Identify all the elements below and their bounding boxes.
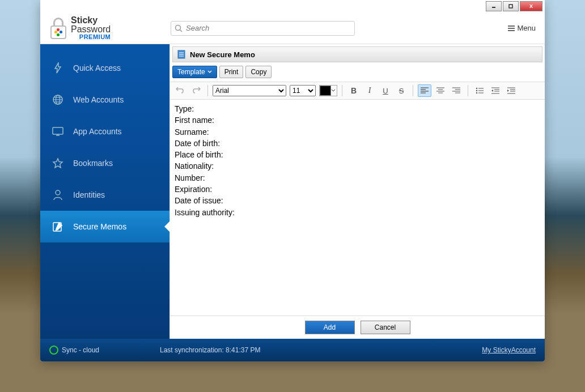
bullet-list-button[interactable] [473, 84, 486, 97]
editor-line: Date of issue: [175, 195, 540, 206]
chevron-down-icon [331, 89, 336, 92]
globe-icon [50, 94, 65, 105]
menu-label: Menu [517, 24, 536, 32]
underline-button[interactable]: U [379, 84, 392, 97]
sync-icon [49, 346, 58, 355]
align-center-button[interactable] [434, 84, 447, 97]
sidebar-item-label: Secure Memos [73, 222, 126, 231]
app-window: X Sticky Password PREMIUM [40, 0, 545, 361]
app-logo: Sticky Password PREMIUM [49, 16, 163, 40]
panel-title-bar: New Secure Memo [172, 46, 542, 62]
edit-icon [50, 221, 65, 232]
editor-line: Place of birth: [175, 149, 540, 160]
sidebar-item-app-accounts[interactable]: App Accounts [40, 116, 169, 147]
add-button[interactable]: Add [305, 321, 355, 334]
sidebar: Quick Access Web Accounts App Accounts B… [40, 44, 169, 339]
sidebar-item-quick-access[interactable]: Quick Access [40, 52, 169, 84]
sidebar-item-label: Web Accounts [73, 95, 124, 104]
svg-line-3 [180, 29, 183, 32]
size-select[interactable]: 11 [290, 85, 316, 96]
editor-line: Surname: [175, 126, 540, 138]
minimize-button[interactable] [486, 1, 502, 11]
editor-line: Date of birth: [175, 138, 540, 149]
editor-line: Nationality: [175, 160, 540, 172]
svg-point-33 [476, 88, 477, 89]
sidebar-item-label: Quick Access [73, 63, 121, 73]
action-toolbar: Template Print Copy [170, 62, 545, 82]
person-icon [50, 189, 65, 201]
svg-point-15 [56, 190, 60, 195]
format-toolbar: Arial 11 B I U S [170, 82, 545, 100]
monitor-icon [50, 126, 65, 137]
svg-point-35 [476, 90, 477, 91]
color-picker[interactable] [319, 85, 337, 96]
logo-line3: PREMIUM [71, 34, 111, 40]
logo-line1: Sticky [71, 16, 111, 25]
search-box[interactable] [171, 21, 355, 36]
sidebar-item-label: App Accounts [73, 127, 122, 136]
sync-status[interactable]: Sync - cloud [49, 346, 160, 355]
print-button[interactable]: Print [219, 66, 244, 78]
editor-line: Issuing authority: [175, 207, 540, 218]
header: Sticky Password PREMIUM Menu [40, 12, 545, 44]
content: New Secure Memo Template Print Copy Aria… [169, 44, 545, 339]
document-icon [177, 50, 185, 59]
editor-line: Expiration: [175, 184, 540, 195]
menu-button[interactable]: Menu [508, 24, 536, 32]
strikethrough-button[interactable]: S [395, 84, 408, 97]
status-bar: Sync - cloud Last synchronization: 8:41:… [40, 339, 545, 361]
maximize-button[interactable] [503, 1, 519, 11]
align-right-button[interactable] [450, 84, 463, 97]
lightning-icon [50, 62, 65, 74]
sync-label: Sync - cloud [62, 346, 99, 354]
sidebar-item-identities[interactable]: Identities [40, 179, 169, 211]
my-account-link[interactable]: My StickyAccount [482, 346, 536, 354]
copy-button[interactable]: Copy [245, 66, 272, 78]
italic-button[interactable]: I [363, 84, 376, 97]
star-icon [50, 157, 65, 169]
close-button[interactable]: X [520, 1, 542, 11]
svg-rect-12 [53, 127, 63, 134]
outdent-button[interactable] [489, 84, 502, 97]
logo-line2: Password [71, 25, 111, 34]
editor-line: Type: [175, 103, 540, 114]
editor-line: First name: [175, 114, 540, 126]
sidebar-item-secure-memos[interactable]: Secure Memos [40, 211, 169, 242]
lock-icon [49, 18, 67, 39]
search-icon [175, 24, 183, 32]
svg-rect-1 [509, 5, 512, 8]
template-dropdown[interactable]: Template [172, 66, 217, 78]
sidebar-item-label: Bookmarks [73, 159, 113, 168]
dialog-buttons: Add Cancel [170, 316, 545, 339]
titlebar: X [40, 0, 545, 12]
cancel-button[interactable]: Cancel [361, 321, 410, 334]
bold-button[interactable]: B [347, 84, 361, 97]
editor-line: Number: [175, 172, 540, 184]
color-swatch [320, 86, 331, 96]
sidebar-item-label: Identities [73, 190, 105, 199]
redo-button[interactable] [189, 84, 203, 97]
chevron-down-icon [207, 70, 212, 74]
panel-title: New Secure Memo [190, 50, 255, 59]
sidebar-item-bookmarks[interactable]: Bookmarks [40, 147, 169, 179]
indent-button[interactable] [505, 84, 518, 97]
hamburger-icon [508, 25, 515, 31]
undo-button[interactable] [173, 84, 187, 97]
font-select[interactable]: Arial [213, 85, 286, 96]
search-input[interactable] [186, 24, 351, 32]
main: Quick Access Web Accounts App Accounts B… [40, 44, 545, 339]
align-left-button[interactable] [418, 84, 431, 97]
last-sync-label: Last synchronization: 8:41:37 PM [160, 346, 482, 354]
svg-point-2 [176, 25, 181, 30]
svg-point-37 [476, 92, 477, 93]
editor-area[interactable]: Type:First name:Surname:Date of birth:Pl… [170, 100, 545, 316]
sidebar-item-web-accounts[interactable]: Web Accounts [40, 84, 169, 116]
